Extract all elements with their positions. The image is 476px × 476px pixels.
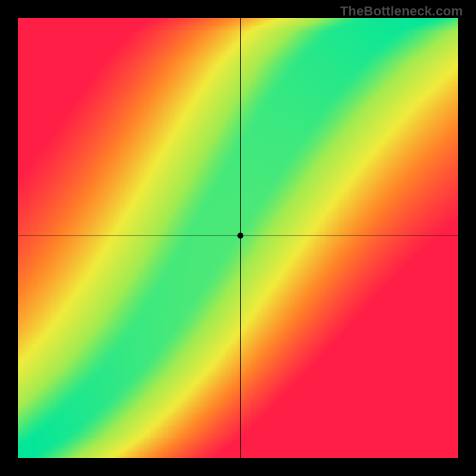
watermark-text: TheBottleneck.com [340,4,463,19]
heatmap-plot [18,18,458,458]
data-point-marker [237,233,243,239]
chart-frame: TheBottleneck.com [0,0,476,476]
